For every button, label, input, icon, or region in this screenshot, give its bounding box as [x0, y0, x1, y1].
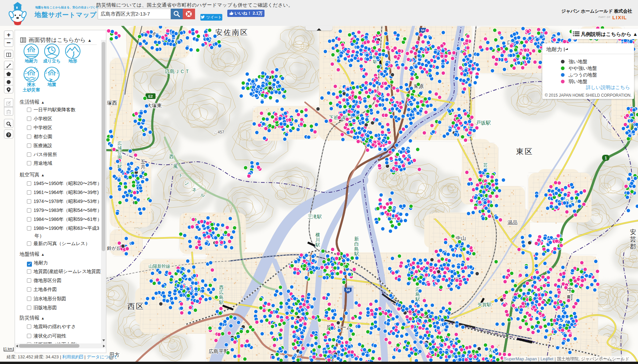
- svg-text:芸: 芸: [483, 162, 488, 167]
- svg-text:広島平野: 広島平野: [209, 348, 229, 354]
- svg-text:東区: 東区: [516, 147, 533, 156]
- svg-text:広島ＪＣＴ: 広島ＪＣＴ: [165, 68, 190, 74]
- svg-text:安佐南区: 安佐南区: [215, 28, 249, 37]
- svg-text:公: 公: [118, 150, 122, 155]
- svg-text:ル: ル: [200, 192, 205, 198]
- svg-text:中山: 中山: [456, 235, 466, 241]
- svg-text:E2: E2: [148, 94, 153, 98]
- svg-text:島: 島: [219, 295, 224, 300]
- svg-text:ト: ト: [178, 172, 183, 178]
- svg-text:△457: △457: [214, 130, 224, 135]
- svg-text:安: 安: [630, 228, 636, 235]
- svg-text:駅: 駅: [315, 242, 320, 247]
- svg-text:駅: 駅: [354, 251, 359, 256]
- svg-text:域: 域: [118, 145, 122, 150]
- svg-text:塚西: 塚西: [107, 100, 117, 106]
- svg-text:横: 横: [315, 232, 320, 237]
- svg-text:川: 川: [315, 237, 320, 242]
- svg-text:新: 新: [354, 236, 359, 241]
- svg-text:?: ?: [8, 133, 10, 137]
- svg-text:西区: 西区: [127, 302, 145, 311]
- svg-text:五: 五: [141, 159, 145, 164]
- svg-text:駅: 駅: [219, 300, 224, 305]
- svg-text:鈴が丘: 鈴が丘: [107, 245, 121, 251]
- svg-text:芸: 芸: [630, 236, 636, 243]
- svg-text:広: 広: [219, 290, 224, 295]
- svg-text:54: 54: [421, 29, 424, 32]
- svg-text:山陽新幹線: 山陽新幹線: [149, 264, 170, 269]
- svg-text:風: 風: [173, 164, 178, 169]
- svg-text:西: 西: [169, 154, 174, 159]
- svg-text:ネ: ネ: [192, 187, 197, 192]
- svg-text:戸坂駅: 戸坂駅: [476, 120, 491, 126]
- svg-text:島: 島: [354, 246, 359, 251]
- svg-text:西: 西: [219, 285, 224, 290]
- svg-text:温品: 温品: [507, 220, 517, 225]
- svg-text:大塚東: 大塚東: [147, 103, 162, 108]
- svg-text:広: 広: [118, 141, 122, 146]
- svg-text:月: 月: [141, 164, 145, 169]
- svg-text:54: 54: [346, 288, 350, 292]
- svg-text:郡: 郡: [630, 243, 636, 250]
- svg-text:1: 1: [605, 156, 607, 160]
- svg-text:三滝駅: 三滝駅: [308, 214, 322, 219]
- svg-text:白: 白: [354, 241, 359, 246]
- svg-text:矢賀駅: 矢賀駅: [478, 302, 491, 307]
- svg-text:駅: 駅: [415, 297, 420, 302]
- svg-text:ン: ン: [184, 180, 189, 186]
